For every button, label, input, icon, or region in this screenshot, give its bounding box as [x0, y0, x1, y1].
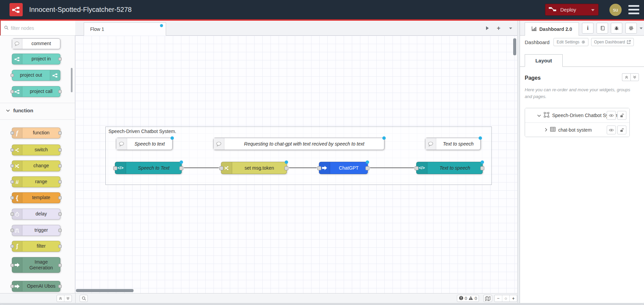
info-tab-button[interactable]: i [582, 23, 593, 34]
category-function[interactable]: function [0, 105, 75, 115]
zoom-in-button[interactable]: + [509, 295, 517, 302]
palette-node-filter[interactable]: ∫ filter [12, 241, 60, 252]
node-red-fork-icon [12, 54, 22, 64]
input-port[interactable] [219, 166, 223, 170]
footer-divider [75, 293, 76, 303]
output-port[interactable] [58, 285, 62, 288]
input-port[interactable] [11, 131, 14, 135]
node-text-to-speech[interactable]: </> Text to speech [416, 162, 483, 174]
notification-counts[interactable]: 0 0 [457, 295, 479, 302]
tab-scroll-right-icon[interactable] [483, 24, 491, 32]
output-port[interactable] [179, 166, 183, 170]
tab-flow-1[interactable]: Flow 1 [84, 22, 166, 36]
palette-node-range[interactable]: ii range [12, 176, 60, 187]
output-port[interactable] [284, 166, 288, 170]
input-port[interactable] [11, 74, 14, 77]
input-port[interactable] [11, 180, 14, 184]
wire[interactable] [370, 167, 414, 168]
palette-node-switch[interactable]: switch [12, 145, 60, 155]
palette-node-project-out[interactable]: project out [12, 70, 60, 81]
config-gear-icon[interactable] [625, 23, 637, 34]
collapse-categories-icon[interactable] [57, 295, 64, 302]
input-port[interactable] [11, 164, 14, 168]
deploy-options-caret-icon[interactable] [591, 7, 595, 13]
palette-scrollbar[interactable] [71, 68, 73, 92]
output-port[interactable] [480, 166, 484, 170]
output-port[interactable] [58, 131, 62, 135]
output-port[interactable] [58, 180, 62, 184]
input-port[interactable] [415, 166, 419, 170]
tab-layout[interactable]: Layout [525, 54, 563, 67]
tab-dashboard-2[interactable]: Dashboard 2.0 [525, 22, 579, 36]
wire[interactable] [184, 167, 219, 168]
palette-node-comment[interactable]: comment [12, 38, 60, 49]
palette-node-function[interactable]: f function [12, 128, 60, 138]
output-port[interactable] [58, 57, 62, 61]
canvas-horizontal-scrollbar[interactable] [76, 289, 134, 292]
sidebar-menu-caret-icon[interactable] [639, 23, 643, 34]
output-port[interactable] [58, 264, 62, 267]
output-port[interactable] [58, 212, 62, 216]
palette-filter-input[interactable] [11, 25, 72, 31]
input-port[interactable] [11, 90, 14, 93]
zoom-out-button[interactable]: − [495, 295, 502, 302]
palette-node-delay[interactable]: delay [12, 209, 60, 220]
output-port[interactable] [58, 148, 62, 152]
edit-settings-button[interactable]: Edit Settings [554, 38, 588, 46]
node-chatgpt[interactable]: ChatGPT [319, 162, 368, 174]
debug-bug-icon[interactable] [611, 23, 622, 34]
input-port[interactable] [11, 264, 14, 267]
palette-node-openai-ubos[interactable]: OpenAI Ubos [12, 281, 60, 292]
add-flow-button[interactable]: + [495, 24, 503, 32]
tree-row-page[interactable]: Speech-Driven Chatbot System [525, 108, 629, 122]
palette-node-change[interactable]: change [12, 160, 60, 171]
main-menu-icon[interactable] [628, 5, 639, 14]
eye-icon[interactable] [607, 126, 616, 134]
input-port[interactable] [113, 166, 117, 170]
input-port[interactable] [11, 229, 14, 232]
wire[interactable] [289, 167, 317, 168]
palette-node-project-in[interactable]: project in [12, 54, 60, 64]
input-port[interactable] [11, 212, 14, 216]
unlock-icon[interactable] [617, 111, 626, 120]
input-port[interactable] [317, 166, 321, 170]
output-port[interactable] [58, 229, 62, 232]
input-port[interactable] [11, 245, 14, 248]
eye-icon[interactable] [607, 111, 616, 120]
palette-node-image-generation[interactable]: Image Generation [12, 257, 60, 273]
bar-chart-icon [531, 26, 537, 32]
flow-list-caret-icon[interactable] [506, 24, 515, 32]
navigator-map-icon[interactable] [483, 295, 492, 302]
flow-canvas[interactable]: Speech-Driven Chatbot System. Speech to … [75, 36, 517, 293]
comment-node-text-to-speech[interactable]: Text to speech [425, 138, 481, 150]
output-port[interactable] [58, 90, 62, 93]
expand-all-icon[interactable] [630, 73, 639, 81]
unlock-icon[interactable] [617, 126, 626, 134]
input-port[interactable] [11, 285, 14, 288]
collapse-all-icon[interactable] [622, 73, 630, 81]
comment-node-chatgpt-request[interactable]: Requesting to chat-gpt with text recived… [213, 138, 384, 150]
sidebar-resize-handle[interactable] [517, 21, 520, 305]
output-port[interactable] [58, 164, 62, 168]
user-avatar[interactable]: su [609, 4, 622, 16]
palette-node-template[interactable]: { template [12, 192, 60, 203]
flow-group[interactable]: Speech-Driven Chatbot System. [105, 127, 492, 185]
input-port[interactable] [11, 148, 14, 152]
palette-node-project-call[interactable]: project call [12, 86, 60, 97]
open-dashboard-button[interactable]: Open Dashboard [591, 38, 634, 46]
node-set-msg-token[interactable]: set msg.token [221, 162, 287, 174]
output-port[interactable] [58, 245, 62, 248]
canvas-vertical-scrollbar[interactable] [513, 38, 516, 55]
palette-node-trigger[interactable]: trigger [12, 225, 60, 236]
deploy-button[interactable]: Deploy [545, 4, 599, 16]
help-book-icon[interactable] [597, 23, 608, 34]
node-speech-to-text[interactable]: </> Speech to Text [115, 162, 182, 174]
output-port[interactable] [58, 196, 62, 199]
output-port[interactable] [365, 166, 369, 170]
input-port[interactable] [11, 196, 14, 199]
zoom-reset-button[interactable]: ○ [502, 295, 509, 302]
expand-categories-icon[interactable] [64, 295, 72, 302]
search-flows-button[interactable] [80, 295, 88, 302]
tree-row-group[interactable]: chat-bot system [525, 122, 629, 137]
comment-node-speech-to-text[interactable]: Speech to text [116, 138, 173, 150]
